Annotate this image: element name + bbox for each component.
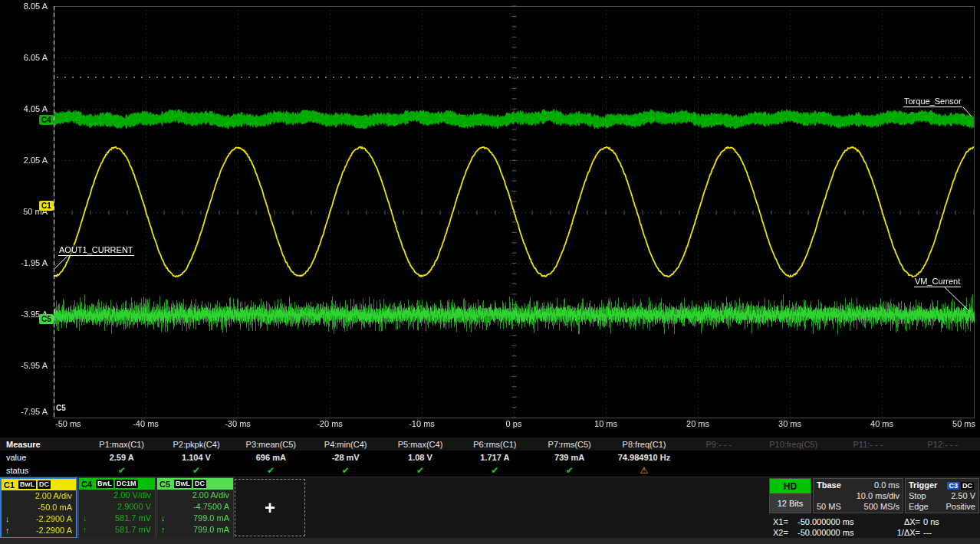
channel-marker-c1[interactable]: C1 [39,201,54,211]
trigger-descriptor[interactable]: Trigger C3DC Stop 2.50 V Edge Positive [905,478,979,513]
oscilloscope-screen: 8.05 A 6.05 A 4.05 A 2.05 A 50 mA -1.95 … [0,0,980,544]
trigger-label: Trigger [909,480,937,490]
measure-p3-status-icon: ✔ [234,465,308,476]
cursor-x2-row: X2= -50.000000 ms 1/ΔX= --- [773,527,978,538]
add-trace-button[interactable]: + [235,479,305,536]
measure-p6-value: 1.717 A [458,453,532,462]
measure-p5-header[interactable]: P5:max(C4) [383,440,457,449]
c1-cursor-readout-x1: ↓ -2.2900 A [2,513,76,525]
channel-marker-c5-ground[interactable]: C5 [54,403,68,413]
channel-descriptor-c5[interactable]: C5 BwL DC 2.00 A/div -4.7500 A ↓ 799.0 m… [156,477,234,539]
channel-descriptor-c1[interactable]: C1 BwL DC 2.00 A/div -50.0 mA ↓ -2.2900 … [0,477,77,539]
trace-label-vm-current[interactable]: VM_Current [914,277,961,287]
channel-marker-c4[interactable]: C4 [39,115,54,125]
hd-mode-box[interactable]: HD 12 Bits [769,478,811,513]
channel-descriptor-c4[interactable]: C4 BwL DC1M 2.00 V/div 2.9000 V ↓ 581.7 … [78,477,156,539]
x-axis-tick-label: 30 ms [778,419,801,428]
measure-p8-value: 74.984910 Hz [607,453,681,462]
cursor-readout-panel[interactable]: X1= -50.000000 ms ΔX= 0 ns X2= -50.00000… [773,516,978,538]
y-axis-tick-label: 2.05 A [0,155,48,165]
down-arrow-icon: ↓ [161,513,166,524]
c4-coupling-badge: DC1M [115,480,138,488]
measure-table: Measure P1:max(C1) P2:pkpk(C4) P3:mean(C… [0,437,980,477]
measure-value-label: value [0,453,84,462]
c5-cursor-readout-x1: ↓ 799.0 mA [157,513,233,524]
timebase-samples: 50 MS [817,501,841,512]
c5-offset: -4.7500 A [157,501,233,513]
measure-p12-header[interactable]: P12:- - - [906,440,980,449]
x-axis-tick-label: 10 ms [594,419,617,428]
measure-p3-value: 696 mA [234,453,308,462]
channel-c4-name: C4 [79,480,96,489]
hd-bits-value: 12 Bits [770,493,811,513]
measure-p2-header[interactable]: P2:pkpk(C4) [159,440,233,449]
x-axis-tick-label: -50 ms [55,419,81,428]
timebase-descriptor[interactable]: Tbase 0.0 ms 10.0 ms/div 50 MS 500 MS/s [813,478,903,513]
measure-p5-status-icon: ✔ [383,465,457,476]
measure-p3-header[interactable]: P3:mean(C5) [234,440,308,449]
c1-vertical-scale: 2.00 A/div [2,490,76,502]
measure-p10-header[interactable]: P10:freq(C5) [756,440,830,449]
trigger-source-badge: C3 [947,482,959,490]
measure-p11-header[interactable]: P11:- - - [830,440,905,449]
measure-p2-value: 1.104 V [159,453,233,462]
x2-value: -50.000000 ms [797,527,883,538]
x-axis-tick-label: -40 ms [133,419,159,428]
measure-status-row: status ✔ ✔ ✔ ✔ ✔ ✔ ✔ ⚠ [0,464,980,477]
x-axis-tick-label: -10 ms [409,419,435,428]
c5-cursor-x1-value: 799.0 mA [193,513,229,524]
c5-cursor-readout-x2: ↑ 799.0 mA [157,524,233,536]
c4-cursor-readout-x2: ↑ 581.7 mV [79,524,155,536]
measure-p4-status-icon: ✔ [308,465,383,476]
c1-offset: -50.0 mA [2,502,76,513]
measure-p4-value: -28 mV [308,453,383,462]
trigger-coupling-badge: DC [961,482,974,490]
measure-p1-header[interactable]: P1:max(C1) [84,440,159,449]
measure-row-label: Measure [0,440,84,449]
measure-p4-header[interactable]: P4:min(C4) [308,440,383,449]
measure-p7-header[interactable]: P7:rms(C5) [532,440,607,449]
trace-label-torque-sensor[interactable]: Torque_Sensor [903,97,962,107]
trigger-level: 2.50 V [951,490,975,501]
x2-label: X2= [773,527,797,538]
trace-label-aout1-current[interactable]: AOUT1_CURRENT [58,245,134,256]
hd-mode-label: HD [770,479,811,493]
measure-p6-header[interactable]: P6:rms(C1) [458,440,532,449]
down-arrow-icon: ↓ [5,513,10,525]
waveform-grid-canvas[interactable] [0,0,980,434]
y-axis-tick-label: -1.95 A [0,257,48,268]
plus-icon: + [265,497,275,519]
timebase-label: Tbase [817,480,841,490]
channel-c1-name: C1 [2,480,18,490]
trigger-type: Edge [909,501,929,512]
x-axis-tick-label: 40 ms [870,419,893,428]
measure-value-row: value 2.59 A 1.104 V 696 mA -28 mV 1.08 … [0,451,980,464]
x1-value: -50.000000 ms [797,516,883,527]
measure-p8-status-icon: ⚠ [607,465,681,476]
channel-marker-c5[interactable]: C5 [39,314,54,324]
y-axis-tick-label: -7.95 A [0,406,48,417]
waveform-display-area: 8.05 A 6.05 A 4.05 A 2.05 A 50 mA -1.95 … [0,0,980,434]
x-axis-tick-label: -20 ms [317,419,343,428]
channel-c5-name: C5 [157,480,174,489]
measure-header-row: Measure P1:max(C1) P2:pkpk(C4) P3:mean(C… [0,437,980,451]
trigger-mode: Stop [909,490,926,501]
c5-coupling-badge: DC [193,480,206,488]
timebase-sample-rate: 500 MS/s [864,501,899,512]
measure-status-label: status [0,466,84,475]
c4-bandwidth-limit-badge: BwL [96,480,113,488]
channel-c5-header: C5 BwL DC [157,478,233,490]
up-arrow-icon: ↑ [161,524,166,536]
measure-p9-header[interactable]: P9:- - - [682,440,756,449]
x-axis-tick-label: 0 ps [506,419,522,428]
up-arrow-icon: ↑ [83,524,87,536]
c4-cursor-x1-value: 581.7 mV [115,513,151,524]
measure-p8-header[interactable]: P8:freq(C1) [607,440,681,449]
bottom-edge-strip [0,538,980,544]
measure-p5-value: 1.08 V [383,453,457,462]
measure-p7-value: 739 mA [532,453,607,462]
up-arrow-icon: ↑ [5,525,10,536]
c1-cursor-x1-value: -2.2900 A [36,513,72,525]
measure-p2-status-icon: ✔ [159,465,233,476]
c4-offset: 2.9000 V [79,501,155,513]
